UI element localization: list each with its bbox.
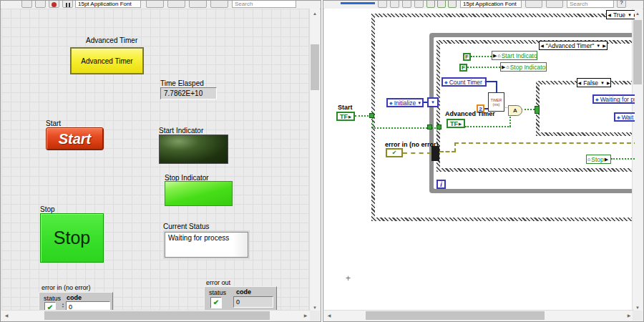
run-continuous-button[interactable] [35, 1, 46, 8]
dropdown-icon: ▼ [417, 101, 421, 105]
dropdown-icon: ▼ [628, 13, 632, 17]
home-icon: ⌂ [587, 157, 590, 162]
font-selector-label: 15pt Application Font [463, 1, 517, 7]
error-out-status-checkbox: ✔ [210, 297, 222, 308]
error-out-label: error out [206, 279, 230, 286]
distribute-objects-button[interactable] [546, 1, 563, 8]
case-selector-advanced-timer[interactable]: ◀ "Advanced Timer" ▼ ▶ [539, 41, 608, 50]
error-out-code-label: code [236, 288, 251, 296]
enum-glyph-icon: ◆ [444, 79, 448, 84]
search-placeholder: Search [570, 1, 587, 7]
false-constant[interactable]: F [459, 64, 467, 72]
vscroll-thumb[interactable] [311, 44, 319, 90]
start-terminal-label: Start [338, 104, 353, 111]
stop-button-label: Stop [54, 228, 90, 248]
timer-subvi-line2: (ms) [493, 102, 500, 107]
stop-indicator-local-variable[interactable]: ▶ ⌂ Stop Indicator [500, 62, 547, 72]
pause-button[interactable] [62, 1, 73, 8]
error-in-terminal[interactable]: ✔ [386, 148, 403, 157]
scroll-left-icon[interactable]: ◀ [324, 311, 334, 321]
stop-local-label: Stop [591, 156, 604, 163]
waiting-constant-label: Waiting for pro [600, 96, 635, 103]
error-in-code-spinner[interactable]: ▲ ▼ [60, 303, 66, 308]
pause-button[interactable] [378, 1, 387, 8]
start-indicator-label: Start Indicator [159, 127, 203, 135]
scroll-right-icon[interactable]: ▶ [301, 311, 311, 321]
loop-iteration-terminal[interactable]: i [436, 180, 446, 189]
tf-glyph: TF [450, 120, 458, 127]
start-terminal[interactable]: TF ▶ [336, 112, 355, 121]
hscroll-thumb[interactable] [366, 311, 545, 320]
shift-register[interactable]: ▼ [427, 97, 439, 107]
tunnel [369, 113, 374, 118]
advanced-timer-terminal[interactable]: TF ▶ [447, 119, 465, 128]
resize-objects-button[interactable] [189, 1, 207, 8]
terminal-arrow-icon: ▶ [348, 114, 351, 119]
wire-error-2 [439, 151, 456, 152]
stop-button[interactable]: Stop [40, 213, 104, 263]
terminal-arrow-icon: ▶ [459, 122, 462, 126]
font-selector[interactable]: 15pt Application Font ▼ [75, 1, 141, 8]
false-constant-glyph: F [462, 64, 465, 71]
abort-button[interactable] [49, 1, 59, 8]
step-over-button[interactable] [437, 1, 446, 8]
case-structure-false [536, 81, 635, 136]
advanced-timer-button-label: Advanced Timer [81, 57, 132, 65]
hscroll-thumb[interactable] [44, 311, 270, 320]
wait-constant[interactable]: ◆ Wait [614, 112, 635, 122]
start-button-label: Start [59, 131, 92, 147]
scroll-left-icon[interactable]: ◀ [1, 311, 11, 321]
case-selector-false[interactable]: ◀ False ▼ ▶ [577, 78, 611, 87]
wire-f2 [467, 67, 500, 68]
help-button[interactable]: ? [617, 1, 626, 8]
help-icon: ? [620, 1, 623, 6]
stop-local-variable[interactable]: ⌂ Stop ▶ [586, 155, 611, 164]
search-input[interactable]: Search [567, 1, 614, 8]
false-constant[interactable]: F [463, 53, 471, 61]
case-next-icon: ▶ [634, 12, 635, 17]
align-objects-button[interactable] [525, 1, 542, 8]
advanced-timer-button[interactable]: Advanced Timer [71, 48, 143, 74]
front-panel-hscrollbar[interactable]: ◀ ▶ [1, 310, 311, 321]
step-into-button[interactable] [426, 1, 435, 8]
local-arrow-icon: ▶ [502, 64, 505, 70]
pause-icon [66, 3, 67, 7]
block-diagram-vscrollbar[interactable]: ▲ ▼ [632, 9, 643, 313]
error-out-status-label: status [209, 289, 226, 296]
enum-glyph-icon: ◆ [617, 114, 620, 119]
case-next-icon: ▶ [607, 80, 610, 85]
labview-screenshot: 15pt Application Font ▼ Search Advanced … [0, 0, 644, 322]
stop-label: Stop [40, 205, 55, 213]
start-indicator-local-variable[interactable]: ▶ ⌂ Start Indicator [492, 51, 537, 60]
waiting-for-process-constant[interactable]: ◆ Waiting for pro [592, 94, 635, 104]
a-function-node[interactable]: A [508, 105, 522, 116]
font-selector[interactable]: 15pt Application Font ▼ [460, 1, 522, 8]
highlight-execution-button[interactable] [402, 1, 411, 8]
run-button[interactable] [21, 1, 32, 8]
vscroll-thumb[interactable] [633, 20, 642, 84]
count-timer-enum-constant[interactable]: ◆ Count Timer ▼ [441, 77, 487, 87]
front-panel-vscrollbar[interactable]: ▲ ▼ [309, 9, 320, 313]
wire-advanced-timer-v [509, 114, 511, 127]
case-selector-true-label: True [613, 11, 625, 19]
case-selector-true[interactable]: ◀ True ▼ ▶ [606, 10, 635, 19]
reorder-button[interactable] [210, 1, 228, 8]
block-diagram-hscrollbar[interactable]: ◀ ▶ [324, 310, 634, 321]
search-input[interactable]: Search [232, 1, 296, 8]
current-status-indicator: Waiting for process [165, 232, 248, 258]
start-button[interactable]: Start [46, 127, 104, 150]
cleanup-diagram-button[interactable] [390, 1, 399, 8]
scroll-up-icon[interactable]: ▲ [310, 9, 320, 19]
timer-subvi[interactable]: TIMER (ms) [488, 92, 504, 112]
dropdown-icon: ▼ [600, 81, 605, 85]
step-out-button[interactable] [448, 1, 457, 8]
dropdown-icon: ▼ [484, 80, 487, 84]
distribute-objects-button[interactable] [167, 1, 185, 8]
wire-f1 [471, 56, 492, 57]
shift-register-arrow-icon: ▼ [431, 100, 435, 104]
time-elapsed-value: 7.7862E+10 [164, 89, 203, 97]
enum-glyph-icon: ◆ [595, 97, 599, 102]
retain-wire-values-button[interactable] [414, 1, 424, 8]
align-objects-button[interactable] [146, 1, 164, 8]
initialize-enum-constant[interactable]: ◆ Initialize ▼ [386, 98, 424, 107]
